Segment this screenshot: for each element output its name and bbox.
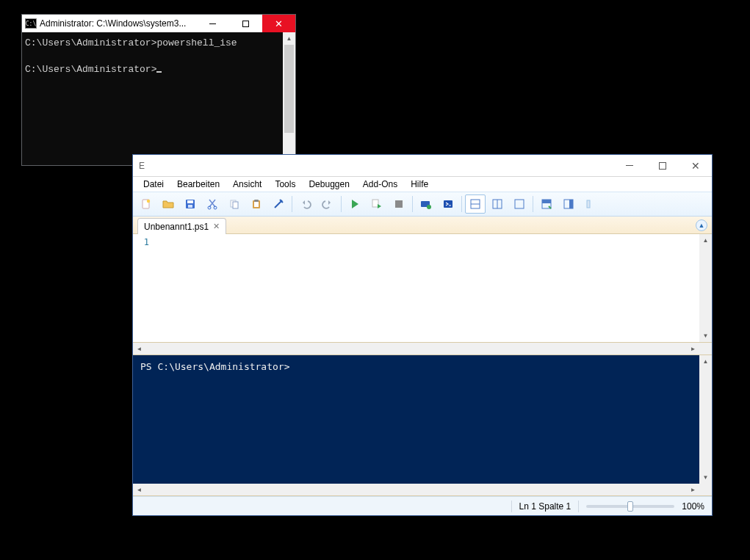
toolbar	[133, 192, 712, 217]
paste-button[interactable]	[246, 194, 267, 214]
scroll-left-icon[interactable]: ◄	[133, 484, 145, 495]
menu-debuggen[interactable]: Debuggen	[303, 178, 355, 191]
status-divider	[511, 501, 512, 512]
stop-button[interactable]	[389, 194, 409, 214]
svg-point-1	[147, 200, 150, 203]
ise-titlebar[interactable]: E ✕	[133, 155, 712, 177]
code-area[interactable]	[154, 234, 699, 342]
cmd-icon: C:\	[25, 18, 37, 29]
tab-label: Unbenannt1.ps1	[144, 222, 209, 232]
toolbar-separator	[412, 196, 413, 212]
layout-full-button[interactable]	[509, 194, 530, 214]
scroll-down-icon[interactable]: ▼	[699, 471, 712, 484]
menu-bar: Datei Bearbeiten Ansicht Tools Debuggen …	[133, 177, 712, 192]
copy-button[interactable]	[224, 194, 245, 214]
editor-tabbar: Unbenannt1.ps1 ✕ ▲	[133, 217, 712, 234]
scroll-up-icon[interactable]: ▲	[699, 355, 712, 368]
cmd-scrollbar[interactable]: ▲ ▼	[283, 32, 295, 165]
clear-button[interactable]	[268, 194, 289, 214]
menu-datei[interactable]: Datei	[137, 178, 170, 191]
scroll-up-icon[interactable]: ▲	[283, 32, 295, 45]
svg-rect-13	[395, 200, 403, 208]
zoom-slider[interactable]	[586, 505, 674, 508]
console-pane: PS C:\Users\Administrator> ▲ ▼	[133, 355, 712, 484]
scroll-thumb[interactable]	[284, 45, 294, 133]
cmd-window: C:\ Administrator: C:\Windows\system3...…	[21, 14, 296, 166]
collapse-script-pane-button[interactable]: ▲	[696, 219, 707, 231]
undo-button[interactable]	[295, 194, 316, 214]
svg-rect-23	[542, 200, 551, 203]
show-command-addon-button[interactable]	[558, 194, 579, 214]
remote-ps-button[interactable]	[416, 194, 436, 214]
line-number: 1	[133, 237, 149, 247]
ise-title-text: E	[133, 161, 613, 171]
show-script-pane-button[interactable]	[536, 194, 557, 214]
scroll-up-icon[interactable]: ▲	[699, 234, 712, 247]
close-button[interactable]: ✕	[262, 15, 295, 32]
script-editor: 1 ▲ ▼	[133, 234, 712, 343]
menu-bearbeiten[interactable]: Bearbeiten	[171, 178, 226, 191]
scroll-down-icon[interactable]: ▼	[699, 330, 712, 342]
svg-rect-11	[254, 200, 259, 202]
toolbar-separator	[292, 196, 292, 212]
run-script-button[interactable]	[345, 194, 365, 214]
minimize-button[interactable]	[196, 15, 229, 32]
console-hscrollbar[interactable]: ◄ ►	[133, 484, 712, 496]
layout-vertical-button[interactable]	[487, 194, 508, 214]
svg-rect-3	[187, 200, 193, 203]
powershell-button[interactable]	[438, 194, 458, 214]
svg-point-15	[427, 205, 431, 209]
cmd-output[interactable]: C:\Users\Administrator>powershell_ise C:…	[22, 32, 283, 165]
line-gutter: 1	[133, 234, 154, 342]
cmd-line: C:\Users\Administrator>	[25, 64, 156, 75]
maximize-button[interactable]	[646, 156, 679, 176]
run-selection-button[interactable]	[367, 194, 387, 214]
svg-rect-26	[587, 200, 590, 208]
svg-rect-4	[188, 205, 192, 208]
zoom-level: 100%	[682, 501, 704, 512]
console-prompt: PS C:\Users\Administrator>	[140, 361, 290, 372]
svg-rect-25	[569, 200, 573, 208]
cmd-title-text: Administrator: C:\Windows\system3...	[40, 18, 196, 29]
status-bar: Ln 1 Spalte 1 100%	[133, 496, 712, 515]
open-file-button[interactable]	[158, 194, 179, 214]
cut-button[interactable]	[202, 194, 223, 214]
svg-rect-10	[254, 202, 259, 207]
close-button[interactable]: ✕	[679, 156, 712, 176]
toolbar-separator	[341, 196, 342, 212]
svg-rect-8	[233, 202, 238, 208]
scroll-left-icon[interactable]: ◄	[133, 343, 145, 354]
maximize-button[interactable]	[229, 15, 262, 32]
scroll-right-icon[interactable]: ►	[687, 484, 699, 495]
toolbox-button[interactable]	[580, 194, 601, 214]
cmd-titlebar[interactable]: C:\ Administrator: C:\Windows\system3...…	[22, 15, 295, 32]
cmd-line: C:\Users\Administrator>powershell_ise	[25, 37, 237, 48]
menu-addons[interactable]: Add-Ons	[357, 178, 403, 191]
minimize-button[interactable]	[613, 156, 646, 176]
status-divider	[578, 501, 579, 512]
new-file-button[interactable]	[136, 194, 156, 214]
svg-rect-12	[372, 200, 378, 207]
cmd-body: C:\Users\Administrator>powershell_ise C:…	[22, 32, 295, 165]
cursor-position: Ln 1 Spalte 1	[519, 501, 571, 512]
editor-tab[interactable]: Unbenannt1.ps1 ✕	[137, 218, 226, 234]
zoom-slider-knob[interactable]	[627, 501, 633, 512]
redo-button[interactable]	[317, 194, 338, 214]
svg-rect-21	[515, 200, 524, 208]
editor-vscrollbar[interactable]: ▲ ▼	[699, 234, 712, 342]
layout-horizontal-button[interactable]	[465, 194, 486, 214]
editor-hscrollbar[interactable]: ◄ ►	[133, 343, 712, 355]
save-file-button[interactable]	[180, 194, 201, 214]
scroll-right-icon[interactable]: ►	[687, 343, 699, 354]
menu-hilfe[interactable]: Hilfe	[405, 178, 434, 191]
toolbar-separator	[461, 196, 462, 212]
ise-window: E ✕ Datei Bearbeiten Ansicht Tools Debug…	[132, 154, 713, 516]
menu-tools[interactable]: Tools	[269, 178, 301, 191]
console-vscrollbar[interactable]: ▲ ▼	[699, 355, 712, 484]
cmd-cursor	[156, 71, 162, 73]
toolbar-separator	[533, 196, 533, 212]
close-tab-icon[interactable]: ✕	[213, 222, 220, 231]
menu-ansicht[interactable]: Ansicht	[227, 178, 267, 191]
console-output[interactable]: PS C:\Users\Administrator>	[133, 355, 699, 484]
